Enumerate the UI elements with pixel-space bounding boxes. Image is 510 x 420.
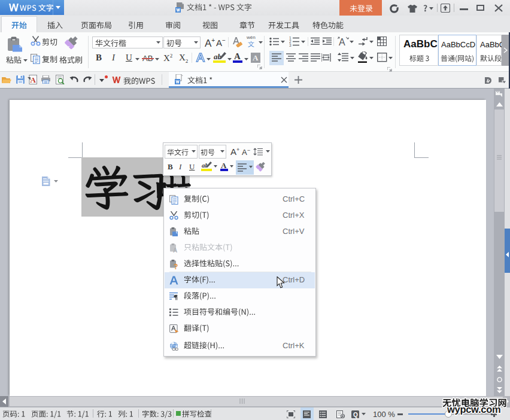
svg-text:wypcw.com: wypcw.com [447, 404, 500, 415]
svg-text:3: 3 [289, 43, 292, 47]
svg-text:A: A [339, 37, 345, 47]
svg-text:A: A [31, 75, 37, 84]
svg-text:?: ? [174, 263, 178, 269]
svg-text:A: A [173, 247, 177, 253]
svg-text:Q: Q [353, 412, 358, 418]
